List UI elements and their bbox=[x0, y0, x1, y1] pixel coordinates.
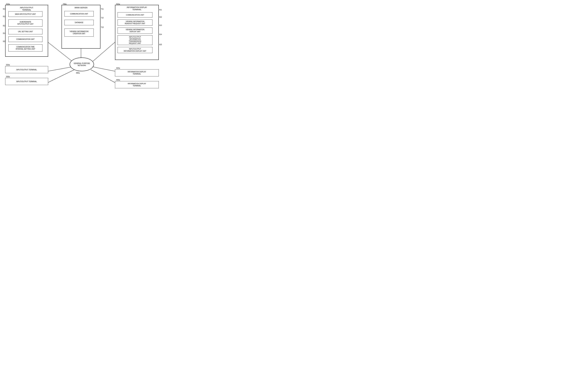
label-615: COMMUNICATION TIME INTERVAL SETTING UNIT bbox=[16, 46, 35, 50]
ref-713: 713 bbox=[101, 26, 104, 28]
ref-612: 612 bbox=[3, 15, 6, 17]
box-811: COMMUNICATION UNIT bbox=[118, 12, 153, 17]
label-612: SUBORDINATE INPUT/OUTPUT UNIT bbox=[17, 21, 34, 25]
ref-611: 611 bbox=[3, 8, 6, 10]
box-815: INPUT/OUTPUT INFORMATION DISPLAY UNIT bbox=[118, 47, 153, 53]
box-700a: WWW SERVER COMMUNICATION UNIT DATABASE V… bbox=[61, 5, 100, 49]
svg-line-18 bbox=[91, 66, 115, 71]
box-620a: INPUT/OUTPUT TERMINAL bbox=[5, 66, 48, 73]
box-813: VIEWING INFORMATION DISPLAY UNIT bbox=[118, 28, 153, 34]
label-811: COMMUNICATION UNIT bbox=[126, 14, 144, 16]
ref-812: 812 bbox=[159, 16, 162, 18]
label-610a-title: INPUT/OUTPUT TERMINAL bbox=[6, 7, 48, 11]
box-611: MAIN INPUT/OUTPUT UNIT bbox=[8, 11, 42, 17]
label-630a: INPUT/OUTPUT TERMINAL bbox=[16, 81, 37, 83]
label-711: COMMUNICATION UNIT bbox=[70, 13, 88, 15]
box-630a: INPUT/OUTPUT TERMINAL bbox=[5, 78, 48, 85]
ref-813: 813 bbox=[159, 24, 162, 26]
label-814: INPUT/OUTPUT INFORMATION TRANSMISSION RE… bbox=[129, 36, 141, 44]
box-711: COMMUNICATION UNIT bbox=[64, 11, 94, 16]
box-615: COMMUNICATION TIME INTERVAL SETTING UNIT bbox=[8, 44, 42, 52]
ref-820a: 820a bbox=[116, 67, 120, 69]
ref-814: 814 bbox=[159, 33, 162, 35]
svg-line-15 bbox=[48, 70, 75, 83]
box-810a: INFORMATION DISPLAY TERMINAL COMMUNICATI… bbox=[115, 5, 159, 60]
box-613: URL SETTING UNIT bbox=[8, 29, 42, 34]
svg-line-14 bbox=[48, 66, 75, 71]
box-712: DATABASE bbox=[64, 20, 94, 25]
box-614: COMMUNICATION UNIT bbox=[8, 37, 42, 42]
ref-811: 811 bbox=[159, 9, 162, 11]
label-812: VIEWING INFORMATION READOUT REQUEST UNIT bbox=[125, 20, 145, 25]
label-712: DATABASE bbox=[75, 22, 83, 24]
ref-830a: 830a bbox=[116, 79, 120, 81]
label-713: VIEWING INFORMATION CREATION UNIT bbox=[70, 30, 88, 35]
label-700a-title: WWW SERVER bbox=[62, 7, 100, 9]
diagram: 610a INPUT/OUTPUT TERMINAL MAIN INPUT/OU… bbox=[0, 0, 162, 100]
label-network: GENERAL-PURPOSE NETWORK bbox=[74, 62, 90, 67]
box-812: VIEWING INFORMATION READOUT REQUEST UNIT bbox=[118, 19, 153, 26]
ref-712: 712 bbox=[101, 17, 104, 19]
label-611: MAIN INPUT/OUTPUT UNIT bbox=[15, 13, 36, 15]
label-813: VIEWING INFORMATION DISPLAY UNIT bbox=[126, 29, 144, 33]
box-612: SUBORDINATE INPUT/OUTPUT UNIT bbox=[8, 19, 42, 27]
label-613: URL SETTING UNIT bbox=[18, 30, 33, 33]
ref-711: 711 bbox=[101, 8, 104, 10]
box-610a: INPUT/OUTPUT TERMINAL MAIN INPUT/OUTPUT … bbox=[5, 5, 48, 57]
ref-614: 614 bbox=[3, 32, 6, 34]
ref-615: 615 bbox=[3, 40, 6, 42]
box-713: VIEWING INFORMATION CREATION UNIT bbox=[64, 29, 94, 37]
network-ellipse: GENERAL-PURPOSE NETWORK bbox=[70, 58, 94, 71]
label-614: COMMUNICATION UNIT bbox=[16, 38, 35, 40]
svg-line-19 bbox=[91, 70, 115, 83]
box-820a: INFORMATION DISPLAY TERMINAL bbox=[115, 69, 159, 76]
ref-620a: 620a bbox=[6, 64, 10, 66]
box-814: INPUT/OUTPUT INFORMATION TRANSMISSION RE… bbox=[118, 35, 153, 45]
label-830a: INFORMATION DISPLAY TERMINAL bbox=[128, 83, 146, 87]
ref-613: 613 bbox=[3, 25, 6, 27]
label-810a-title: INFORMATION DISPLAY TERMINAL bbox=[115, 6, 158, 11]
ref-900a: 900a bbox=[76, 72, 80, 74]
label-820a: INFORMATION DISPLAY TERMINAL bbox=[128, 71, 146, 75]
label-620a: INPUT/OUTPUT TERMINAL bbox=[16, 69, 37, 71]
ref-815: 815 bbox=[159, 44, 162, 46]
ref-630a: 630a bbox=[6, 76, 10, 77]
box-830a: INFORMATION DISPLAY TERMINAL bbox=[115, 81, 159, 88]
label-815: INPUT/OUTPUT INFORMATION DISPLAY UNIT bbox=[124, 48, 146, 52]
